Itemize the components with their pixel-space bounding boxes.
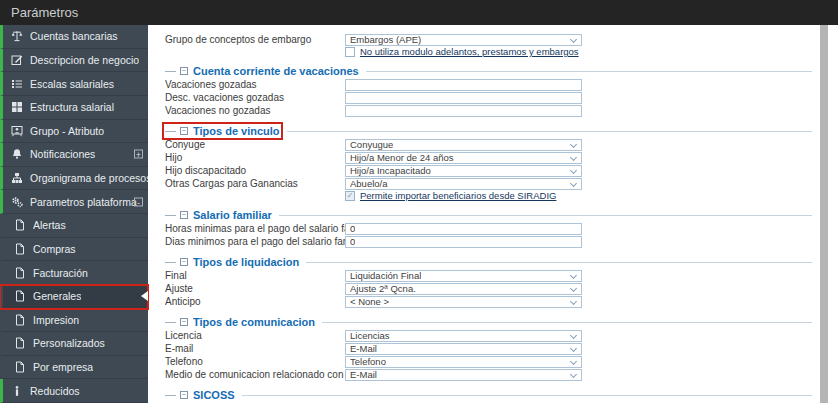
sidebar-nav: Cuentas bancarias Descripcion de negocio… bbox=[0, 25, 148, 403]
section-sicoss: − SICOSS bbox=[165, 389, 812, 401]
field-label: Conyuge bbox=[165, 139, 345, 150]
field-value: Embargos (APE) bbox=[350, 35, 421, 45]
collapse-toggle-icon[interactable]: − bbox=[180, 211, 188, 219]
field-label: Dias minimos para el pago del salario fa… bbox=[165, 236, 345, 247]
chevron-down-icon bbox=[570, 298, 577, 305]
sidebar-item-descripcion-de-negocio[interactable]: Descripcion de negocio bbox=[0, 49, 148, 73]
sidebar-item-escalas-salariales[interactable]: Escalas salariales bbox=[0, 72, 148, 96]
sidebar-item-label: Notificaciones bbox=[30, 148, 95, 160]
select-anticipo[interactable]: < None > bbox=[345, 296, 582, 308]
checkbox[interactable] bbox=[345, 47, 355, 57]
input-horas-minimas-para-el-pago-del-salario-familiar[interactable]: 0 bbox=[345, 223, 582, 235]
select-medio-de-comunicacion-relacionado-con-e-mail[interactable]: E-Mail bbox=[345, 369, 582, 381]
sitemap-icon bbox=[10, 172, 24, 184]
field-label: Ajuste bbox=[165, 283, 345, 294]
sidebar-item-label: Alertas bbox=[33, 219, 66, 231]
select-otras-cargas-para-ganancias[interactable]: Abuelo/a bbox=[345, 178, 582, 190]
chevron-down-icon bbox=[570, 272, 577, 279]
field-value: Ajuste 2ª Qcna. bbox=[350, 284, 416, 294]
section-rule bbox=[287, 131, 812, 132]
sidebar-item-label: Por empresa bbox=[33, 361, 93, 373]
form-field-row: Ajuste Ajuste 2ª Qcna. bbox=[165, 282, 812, 295]
section-tipos-de-liquidacion: − Tipos de liquidacion bbox=[165, 256, 812, 268]
info-icon bbox=[10, 385, 24, 397]
form-field-row: Hijo discapacitado Hijo/a Incapacitado bbox=[165, 164, 812, 177]
collapse-toggle-icon[interactable]: − bbox=[180, 318, 188, 326]
sidebar-item-alertas[interactable]: Alertas bbox=[0, 214, 148, 238]
sidebar-item-cuentas-bancarias[interactable]: Cuentas bancarias bbox=[0, 25, 148, 49]
form-field-row: Final Liquidación Final bbox=[165, 269, 812, 282]
sidebar-item-label: Personalizados bbox=[33, 337, 105, 349]
collapse-toggle-icon[interactable]: − bbox=[180, 67, 188, 75]
file-icon bbox=[13, 219, 27, 231]
field-label: Vacaciones no gozadas bbox=[165, 105, 345, 116]
select-e-mail[interactable]: E-Mail bbox=[345, 343, 582, 355]
sidebar-item-por-empresa[interactable]: Por empresa bbox=[0, 356, 148, 380]
collapse-toggle-icon[interactable]: − bbox=[180, 391, 188, 399]
checkbox[interactable]: ✓ bbox=[345, 191, 355, 201]
input-vacaciones-gozadas[interactable] bbox=[345, 79, 582, 91]
sidebar-item-organigrama-de-procesos[interactable]: Organigrama de procesos bbox=[0, 167, 148, 191]
file-icon bbox=[13, 337, 27, 349]
form-field-row: Dias minimos para el pago del salario fa… bbox=[165, 235, 812, 248]
field-value: Hijo/a Menor de 24 años bbox=[350, 153, 454, 163]
section-title: SICOSS bbox=[193, 389, 235, 401]
select-hijo-discapacitado[interactable]: Hijo/a Incapacitado bbox=[345, 165, 582, 177]
sidebar-item-compras[interactable]: Compras bbox=[0, 238, 148, 262]
chevron-down-icon bbox=[570, 371, 577, 378]
select-telefono[interactable]: Telefono bbox=[345, 356, 582, 368]
field-value: Conyugue bbox=[350, 140, 393, 150]
sidebar-item-label: Reducidos bbox=[30, 385, 80, 397]
sidebar-item-facturacion[interactable]: Facturación bbox=[0, 261, 148, 285]
sidebar-item-notificaciones[interactable]: Notificaciones + bbox=[0, 143, 148, 167]
input-dias-minimos-para-el-pago-del-salario-familiar[interactable]: 0 bbox=[345, 236, 582, 248]
sidebar-item-label: Estructura salarial bbox=[30, 101, 114, 113]
section-header: − Salario familiar bbox=[165, 209, 272, 221]
section-rule bbox=[242, 395, 812, 396]
collapse-toggle-icon[interactable]: − bbox=[180, 127, 188, 135]
gears-icon bbox=[10, 196, 24, 208]
section-rule bbox=[306, 262, 812, 263]
input-desc-vacaciones-gozadas[interactable] bbox=[345, 92, 582, 104]
section-header: − Tipos de liquidacion bbox=[165, 256, 299, 268]
field-value: < None > bbox=[350, 297, 389, 307]
field-value: 0 bbox=[350, 237, 355, 247]
form-field-row: Medio de comunicacion relacionado con e-… bbox=[165, 368, 812, 381]
expand-toggle-icon[interactable]: + bbox=[134, 150, 143, 159]
select-grupo-de-conceptos-de-embargo[interactable]: Embargos (APE) bbox=[345, 34, 582, 46]
collapse-toggle-icon[interactable]: − bbox=[180, 258, 188, 266]
form-field-row: Licencia Licencias bbox=[165, 329, 812, 342]
form-field-row: Desc. vacaciones gozadas bbox=[165, 91, 812, 104]
form-field-row: Horas minimas para el pago del salario f… bbox=[165, 222, 812, 235]
form-field-row: Conyuge Conyugue bbox=[165, 138, 812, 151]
form-field-row: Grupo de conceptos de embargo Embargos (… bbox=[165, 33, 812, 46]
select-conyuge[interactable]: Conyugue bbox=[345, 139, 582, 151]
form-field-row: Otras Cargas para Ganancias Abuelo/a bbox=[165, 177, 812, 190]
section-cuenta-corriente-de-vacaciones: − Cuenta corriente de vacaciones bbox=[165, 65, 812, 77]
select-final[interactable]: Liquidación Final bbox=[345, 270, 582, 282]
section-tipos-de-comunicacion: − Tipos de comunicacion bbox=[165, 316, 812, 328]
file-icon bbox=[13, 361, 27, 373]
link-permite-importar-beneficiarios-desde-siradig[interactable]: Permite importar beneficiarios desde SIR… bbox=[360, 190, 556, 201]
sidebar-item-generales[interactable]: Generales bbox=[0, 285, 148, 309]
select-hijo[interactable]: Hijo/a Menor de 24 años bbox=[345, 152, 582, 164]
select-ajuste[interactable]: Ajuste 2ª Qcna. bbox=[345, 283, 582, 295]
sidebar-item-estructura-salarial[interactable]: Estructura salarial bbox=[0, 96, 148, 120]
sidebar-item-reducidos[interactable]: Reducidos bbox=[0, 379, 148, 403]
checkbox-link-row: No utiliza modulo adelantos, prestamos y… bbox=[345, 46, 812, 57]
vertical-scrollbar[interactable] bbox=[820, 25, 828, 403]
section-dash bbox=[165, 71, 176, 72]
sidebar-item-grupo-atributo[interactable]: Grupo - Atributo bbox=[0, 120, 148, 144]
sidebar-item-parametros-plataforma[interactable]: Parametros plataforma - bbox=[0, 190, 148, 214]
chevron-down-icon bbox=[570, 154, 577, 161]
sidebar-item-personalizados[interactable]: Personalizados bbox=[0, 332, 148, 356]
input-vacaciones-no-gozadas[interactable] bbox=[345, 105, 582, 117]
link-no-utiliza-modulo-adelantos-prestamos-y-embargos[interactable]: No utiliza modulo adelantos, prestamos y… bbox=[360, 46, 579, 57]
section-header: − Tipos de vinculo bbox=[165, 125, 280, 137]
expand-toggle-icon[interactable]: - bbox=[134, 197, 143, 206]
form-field-row: Anticipo < None > bbox=[165, 295, 812, 308]
sidebar-item-impresion[interactable]: Impresion bbox=[0, 309, 148, 333]
field-label: Otras Cargas para Ganancias bbox=[165, 178, 345, 189]
field-value: Liquidación Final bbox=[350, 271, 421, 281]
select-licencia[interactable]: Licencias bbox=[345, 330, 582, 342]
